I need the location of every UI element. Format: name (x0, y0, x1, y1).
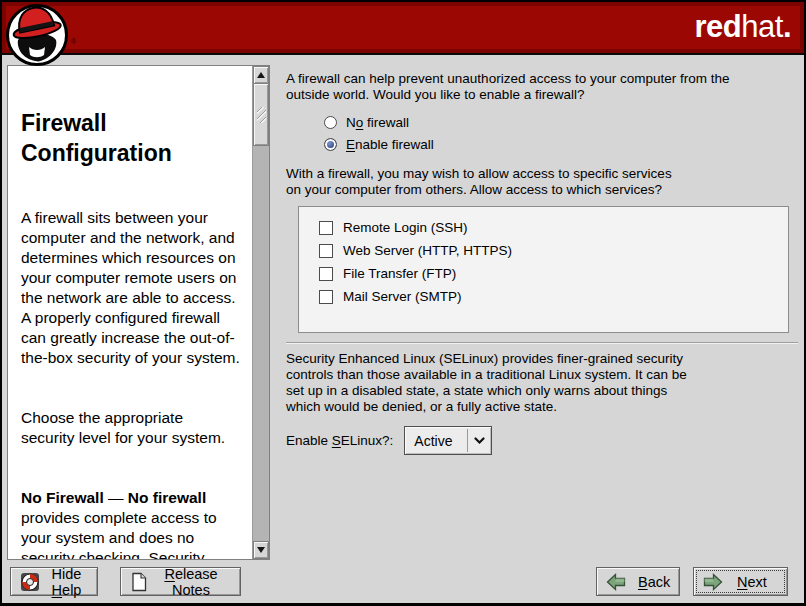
scroll-down-button[interactable] (253, 541, 269, 559)
firewall-config-panel: A firewall can help prevent unauthorized… (286, 57, 798, 455)
scroll-up-button[interactable] (253, 66, 269, 84)
selinux-setting-row: Enable SELinux?: Active (286, 426, 798, 455)
hide-help-button[interactable]: Hide Help (10, 567, 98, 596)
checkbox-icon[interactable] (319, 244, 333, 258)
wordmark-red: red (695, 9, 742, 44)
release-notes-label: Release Notes (151, 566, 231, 598)
radio-enable-firewall-label: Enable firewall (346, 137, 434, 152)
life-preserver-icon (20, 572, 40, 592)
firewall-radio-group: No firewall Enable firewall (324, 111, 798, 155)
checkbox-icon[interactable] (319, 221, 333, 235)
help-paragraph-3-rest: provides complete access to your system … (21, 509, 236, 559)
selinux-description: Security Enhanced Linux (SELinux) provid… (286, 351, 798, 415)
selinux-label: Enable SELinux?: (286, 433, 393, 448)
selinux-dropdown[interactable]: Active (404, 426, 492, 455)
radio-no-firewall-label: No firewall (346, 115, 409, 130)
document-icon (130, 572, 148, 592)
help-dash: — (104, 489, 128, 506)
back-button[interactable]: Back (596, 567, 680, 596)
release-notes-button[interactable]: Release Notes (120, 567, 241, 596)
firewall-intro-text: A firewall can help prevent unauthorized… (286, 71, 798, 103)
hide-help-label: Hide Help (45, 566, 88, 598)
help-term-no-firewall-2: No firewall (128, 489, 206, 506)
arrow-right-icon (703, 573, 723, 591)
help-panel: Firewall Configuration A firewall sits b… (7, 65, 270, 560)
chevron-down-icon (468, 427, 491, 454)
checkbox-icon[interactable] (319, 267, 333, 281)
content-area: Firewall Configuration A firewall sits b… (2, 57, 804, 562)
services-list: Remote Login (SSH) Web Server (HTTP, HTT… (298, 206, 789, 333)
help-text: Firewall Configuration A firewall sits b… (8, 66, 252, 559)
arrow-left-icon (606, 573, 626, 591)
help-paragraph-1: A firewall sits between your computer an… (21, 208, 246, 368)
wordmark-hat: hat (741, 9, 783, 44)
radio-button-icon[interactable] (324, 116, 337, 129)
help-title: Firewall Configuration (21, 108, 246, 168)
service-row-smtp[interactable]: Mail Server (SMTP) (319, 285, 788, 308)
services-intro-text: With a firewall, you may wish to allow a… (286, 166, 798, 198)
service-label: Remote Login (SSH) (343, 220, 468, 235)
selinux-dropdown-value: Active (405, 427, 467, 454)
scrollbar-grip-icon (257, 107, 266, 123)
redhat-shadowman-logo-icon (5, 3, 69, 67)
arrow-up-icon (257, 72, 265, 78)
section-separator (286, 342, 798, 344)
checkbox-icon[interactable] (319, 290, 333, 304)
radio-enable-firewall[interactable]: Enable firewall (324, 133, 798, 155)
banner: redhat. (2, 2, 804, 55)
footer-bar: Hide Help Release Notes Back Next (2, 562, 804, 603)
arrow-down-icon (257, 547, 265, 553)
service-label: Mail Server (SMTP) (343, 289, 462, 304)
help-term-no-firewall: No Firewall (21, 489, 104, 506)
help-paragraph-2: Choose the appropriate security level fo… (21, 408, 246, 448)
radio-button-selected-icon[interactable] (324, 138, 337, 151)
service-label: File Transfer (FTP) (343, 266, 456, 281)
back-label: Back (638, 574, 670, 590)
registered-trademark: ® (71, 38, 76, 45)
help-paragraph-3: No Firewall — No firewall provides compl… (21, 488, 246, 559)
service-row-ssh[interactable]: Remote Login (SSH) (319, 216, 788, 239)
service-row-ftp[interactable]: File Transfer (FTP) (319, 262, 788, 285)
next-label: Next (737, 574, 767, 590)
help-scrollbar[interactable] (252, 66, 269, 559)
installer-window: redhat. ® Firewall Configuration A firew… (0, 0, 806, 606)
scrollbar-thumb[interactable] (253, 84, 269, 146)
wordmark-period: . (783, 9, 791, 44)
next-button[interactable]: Next (693, 567, 788, 596)
service-label: Web Server (HTTP, HTTPS) (343, 243, 512, 258)
scrollbar-trough[interactable] (253, 146, 269, 541)
radio-no-firewall[interactable]: No firewall (324, 111, 798, 133)
redhat-wordmark: redhat. (695, 11, 791, 42)
service-row-http[interactable]: Web Server (HTTP, HTTPS) (319, 239, 788, 262)
